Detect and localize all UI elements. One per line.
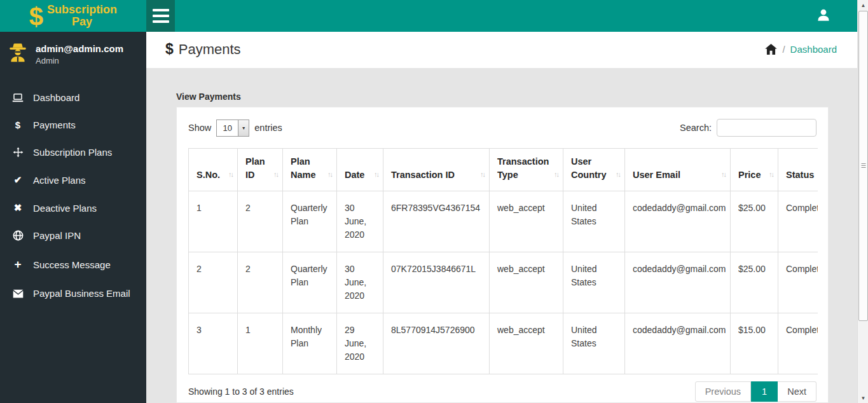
user-panel: admin@admin.com Admin: [0, 32, 146, 75]
breadcrumb: / Dashboard: [765, 44, 837, 55]
sidebar-item-success-message[interactable]: + Success Message: [0, 249, 146, 280]
sidebar-item-paypal-ipn[interactable]: Paypal IPN: [0, 222, 146, 249]
cell-price: $25.00: [731, 191, 778, 252]
table-header-row: S.No.↑↓ Plan ID↑↓ Plan Name↑↓ Date↑↓ Tra…: [189, 149, 818, 191]
cell-user-email: codedaddy@gmail.com: [625, 252, 731, 313]
sort-icon: ↑↓: [480, 168, 485, 181]
cell-transaction-type: web_accept: [490, 313, 563, 374]
previous-page-button[interactable]: Previous: [695, 381, 751, 402]
sort-icon: ↑↓: [273, 168, 278, 181]
topbar: [146, 0, 857, 32]
plus-icon: +: [11, 257, 24, 271]
cell-date: 30 June, 2020: [337, 252, 383, 313]
sidebar-item-label: Paypal IPN: [33, 230, 81, 241]
sort-icon: ↑↓: [616, 168, 620, 181]
cell-user-email: codedaddy@gmail.com: [625, 191, 731, 252]
column-header-date[interactable]: Date↑↓: [337, 149, 383, 191]
show-label: Show: [188, 123, 211, 133]
chevron-down-icon: ▼: [238, 120, 249, 136]
breadcrumb-link-dashboard[interactable]: Dashboard: [790, 44, 837, 55]
sidebar: $ Subscription Pay admin@admin.com Admin: [0, 0, 146, 403]
cell-status: Completed: [778, 191, 818, 252]
page-title: $ Payments: [165, 41, 241, 58]
cell-sno: 3: [189, 313, 238, 374]
cell-transaction-id: 8L5770914J5726900: [383, 313, 490, 374]
next-page-button[interactable]: Next: [778, 381, 816, 402]
column-header-transaction-type[interactable]: Transaction Type↑↓: [490, 149, 563, 191]
search-control: Search:: [680, 119, 816, 137]
sort-icon: ↑↓: [769, 168, 773, 181]
sort-icon: ↑↓: [374, 168, 378, 181]
home-icon[interactable]: [765, 44, 777, 55]
user-menu-icon[interactable]: [815, 7, 832, 26]
vertical-scrollbar[interactable]: ▲ ▼: [857, 0, 868, 403]
brand-logo[interactable]: $ Subscription Pay: [0, 0, 146, 32]
cell-sno: 2: [189, 252, 238, 313]
sort-icon: ↑↓: [721, 168, 726, 181]
cell-user-email: codedaddy@gmail.com: [625, 313, 731, 374]
column-header-status[interactable]: Status: [778, 149, 818, 191]
user-role: Admin: [36, 56, 123, 65]
envelope-icon: [11, 289, 24, 298]
sidebar-item-paypal-business-email[interactable]: Paypal Business Email: [0, 280, 146, 307]
cell-price: $15.00: [731, 313, 778, 374]
cell-transaction-type: web_accept: [490, 191, 563, 252]
globe-icon: [11, 230, 24, 241]
table-row: 3 1 Monthly Plan 29 June, 2020 8L5770914…: [189, 313, 818, 374]
scroll-up-arrow-icon[interactable]: ▲: [858, 0, 868, 10]
cell-user-country: United States: [563, 191, 625, 252]
laptop-icon: [11, 93, 24, 103]
sidebar-item-deactive-plans[interactable]: ✖ Deactive Plans: [0, 194, 146, 222]
sidebar-item-payments[interactable]: $ Payments: [0, 111, 146, 139]
check-icon: ✔: [11, 174, 24, 186]
table-footer: Showing 1 to 3 of 3 entries Previous 1 N…: [188, 381, 816, 402]
cell-status: Completed: [778, 313, 818, 374]
cell-user-country: United States: [563, 313, 625, 374]
column-header-price[interactable]: Price↑↓: [731, 149, 778, 191]
cell-date: 29 June, 2020: [337, 313, 383, 374]
entries-label: entries: [254, 123, 282, 133]
table-row: 2 2 Quarterly Plan 30 June, 2020 07K7201…: [189, 252, 818, 313]
search-label: Search:: [680, 123, 712, 133]
vertical-scrollbar-thumb[interactable]: [858, 11, 868, 321]
cell-transaction-type: web_accept: [490, 252, 563, 313]
column-header-user-country[interactable]: User Country↑↓: [563, 149, 625, 191]
pagination: Previous 1 Next: [695, 381, 816, 402]
sidebar-toggle-button[interactable]: [146, 0, 175, 32]
column-header-transaction-id[interactable]: Transaction ID↑↓: [383, 149, 490, 191]
cell-date: 30 June, 2020: [337, 191, 383, 252]
dollar-icon: $: [165, 41, 174, 58]
page-1-button[interactable]: 1: [751, 381, 778, 402]
payments-table: S.No.↑↓ Plan ID↑↓ Plan Name↑↓ Date↑↓ Tra…: [188, 148, 818, 374]
sidebar-item-label: Active Plans: [33, 175, 86, 186]
sidebar-item-active-plans[interactable]: ✔ Active Plans: [0, 166, 146, 194]
scroll-down-arrow-icon[interactable]: ▼: [858, 393, 868, 403]
sidebar-item-subscription-plans[interactable]: Subscription Plans: [0, 139, 146, 166]
table-scroll-region: S.No.↑↓ Plan ID↑↓ Plan Name↑↓ Date↑↓ Tra…: [188, 148, 818, 374]
length-control: Show 10 ▼ entries: [188, 120, 282, 137]
entries-select[interactable]: 10 ▼: [216, 120, 249, 137]
cell-plan-name: Quarterly Plan: [283, 252, 337, 313]
cell-plan-name: Quarterly Plan: [283, 191, 337, 252]
search-input[interactable]: [717, 119, 816, 137]
close-icon: ✖: [11, 202, 24, 214]
cell-plan-id: 1: [238, 313, 283, 374]
column-header-sno[interactable]: S.No.↑↓: [189, 149, 238, 191]
table-row: 1 2 Quarterly Plan 30 June, 2020 6FR7839…: [189, 191, 818, 252]
brand-dollar-icon: $: [29, 4, 43, 29]
cell-status: Completed: [778, 252, 818, 313]
move-icon: [11, 147, 24, 158]
admin-avatar-icon: [6, 42, 29, 66]
payments-card: Show 10 ▼ entries Search:: [176, 107, 829, 403]
sidebar-item-dashboard[interactable]: Dashboard: [0, 84, 146, 111]
cell-transaction-id: 07K72015J3846671L: [383, 252, 490, 313]
column-header-user-email[interactable]: User Email↑↓: [625, 149, 731, 191]
sidebar-item-label: Success Message: [33, 259, 111, 270]
column-header-plan-name[interactable]: Plan Name↑↓: [283, 149, 337, 191]
cell-plan-id: 2: [238, 191, 283, 252]
sort-icon: ↑↓: [228, 168, 233, 181]
entries-summary: Showing 1 to 3 of 3 entries: [188, 386, 294, 397]
cell-plan-id: 2: [238, 252, 283, 313]
column-header-plan-id[interactable]: Plan ID↑↓: [238, 149, 283, 191]
cell-user-country: United States: [563, 252, 625, 313]
